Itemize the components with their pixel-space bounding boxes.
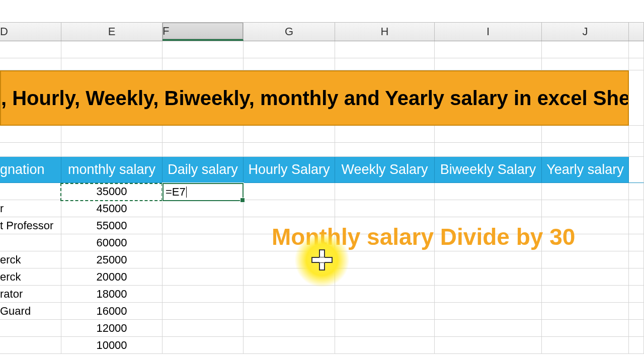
cell[interactable] [0,58,61,70]
cell[interactable] [163,58,244,70]
cell[interactable] [629,251,644,268]
cell[interactable]: 18000 [61,286,163,303]
cell[interactable] [542,58,629,70]
cell[interactable] [163,320,244,337]
cell[interactable] [163,234,244,251]
cell[interactable] [163,126,244,143]
cell[interactable] [629,286,644,303]
cell[interactable]: 10000 [61,337,163,354]
cell[interactable] [629,268,644,286]
cell[interactable]: 35000 [61,183,163,200]
cell[interactable] [542,286,629,303]
cell[interactable] [629,157,644,183]
cell[interactable] [629,217,644,234]
cell[interactable] [244,200,335,217]
cell[interactable] [435,41,542,58]
cell[interactable] [629,58,644,70]
cell[interactable] [163,251,244,268]
cell[interactable] [335,58,435,70]
column-header-G[interactable]: G [244,23,335,41]
cell[interactable] [542,143,629,157]
cell[interactable] [435,303,542,320]
cell[interactable] [163,200,244,217]
cell[interactable] [244,320,335,337]
cell[interactable] [335,200,435,217]
cell[interactable] [163,268,244,286]
cell[interactable] [0,337,61,354]
cell[interactable] [244,251,335,268]
cell[interactable]: 16000 [61,303,163,320]
cell[interactable]: r [0,200,61,217]
cell[interactable] [629,200,644,217]
cell[interactable] [163,217,244,234]
cell[interactable] [244,58,335,70]
cell[interactable] [435,143,542,157]
cell[interactable] [335,303,435,320]
cell[interactable] [629,320,644,337]
cell[interactable] [61,41,163,58]
cell[interactable] [244,126,335,143]
cell[interactable] [335,126,435,143]
cell[interactable] [335,183,435,200]
cell[interactable] [435,58,542,70]
cell[interactable] [629,337,644,354]
cell[interactable]: 20000 [61,268,163,286]
cell[interactable] [163,286,244,303]
header-biweekly-salary[interactable]: Biweekly Salary [435,157,542,183]
cell[interactable] [61,143,163,157]
cell[interactable] [244,183,335,200]
cell[interactable]: 45000 [61,200,163,217]
cell[interactable] [335,320,435,337]
cell[interactable] [335,41,435,58]
cell[interactable] [629,126,644,143]
cell[interactable]: 55000 [61,217,163,234]
cell[interactable] [629,143,644,157]
header-weekly-salary[interactable]: Weekly Salary [335,157,435,183]
column-header-J[interactable]: J [542,23,629,41]
cell[interactable] [244,268,335,286]
cell[interactable] [335,143,435,157]
column-header-D[interactable]: D [0,23,61,41]
cell[interactable] [0,320,61,337]
cell[interactable] [0,41,61,58]
cell[interactable]: 12000 [61,320,163,337]
cell[interactable] [542,320,629,337]
cell[interactable]: erck [0,251,61,268]
cell[interactable] [629,183,644,200]
column-header-F[interactable]: F [163,23,244,41]
cell[interactable] [542,126,629,143]
cell[interactable] [435,268,542,286]
cell[interactable] [244,337,335,354]
header-yearly-salary[interactable]: Yearly salary [542,157,629,183]
cell[interactable] [435,286,542,303]
cell[interactable] [163,41,244,58]
cell[interactable] [244,143,335,157]
cell[interactable]: t Professor [0,217,61,234]
column-header-H[interactable]: H [335,23,435,41]
cell[interactable] [61,58,163,70]
cell[interactable] [542,251,629,268]
cell[interactable] [0,126,61,143]
cell[interactable] [542,268,629,286]
cell[interactable]: erck [0,268,61,286]
cell[interactable] [435,126,542,143]
column-header-I[interactable]: I [435,23,542,41]
cell[interactable] [244,303,335,320]
cell[interactable] [435,320,542,337]
cell[interactable] [435,200,542,217]
cell[interactable] [435,337,542,354]
header-designation[interactable]: gnation [0,157,61,183]
cell[interactable] [335,286,435,303]
cell[interactable] [542,41,629,58]
header-daily-salary[interactable]: Daily salary [163,157,244,183]
cell[interactable] [542,337,629,354]
cell[interactable] [244,286,335,303]
cell[interactable] [244,41,335,58]
cell[interactable] [335,268,435,286]
cell[interactable]: 25000 [61,251,163,268]
cell[interactable] [629,41,644,58]
cell[interactable] [0,234,61,251]
cell[interactable]: rator [0,286,61,303]
cell[interactable] [61,126,163,143]
cell[interactable] [0,183,61,200]
